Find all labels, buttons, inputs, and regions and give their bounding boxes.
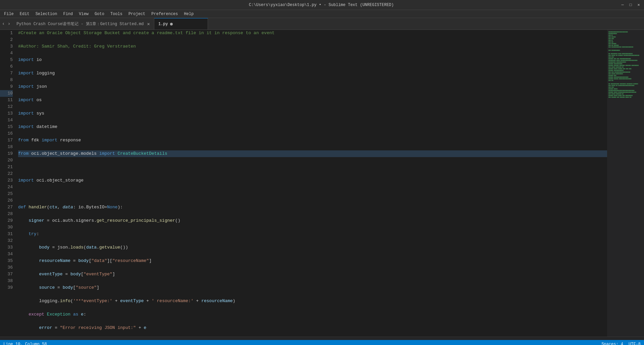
line-number-20: 20	[0, 157, 13, 164]
tab-2-label: 1.py	[158, 22, 168, 26]
tab-1-close[interactable]: ✕	[147, 21, 150, 27]
minimap: ████████████████████████████████ ███████…	[607, 30, 644, 337]
status-spaces: Spaces: 4	[601, 342, 623, 345]
menu-item-goto[interactable]: Goto	[92, 11, 107, 17]
status-encoding: UTF-8	[629, 342, 641, 345]
line-number-16: 16	[0, 130, 13, 137]
line-number-37: 37	[0, 271, 13, 278]
line-number-27: 27	[0, 204, 13, 211]
line-number-24: 24	[0, 184, 13, 191]
title-text: C:\Users\yyxiao\Desktop\1.py • - Sublime…	[23, 3, 620, 7]
line-number-36: 36	[0, 264, 13, 271]
line-number-7: 7	[0, 70, 13, 77]
line-number-15: 15	[0, 124, 13, 130]
code-line-7: import sys	[18, 110, 607, 117]
line-number-39: 39	[0, 284, 13, 291]
line-number-26: 26	[0, 197, 13, 204]
minimize-button[interactable]: —	[620, 2, 625, 8]
line-number-38: 38	[0, 278, 13, 284]
code-line-4: import logging	[18, 70, 607, 77]
line-numbers: 1234567891011121314151617181920212223242…	[0, 30, 15, 337]
menu-item-project[interactable]: Project	[126, 11, 148, 17]
code-line-8: import datetime	[18, 124, 607, 130]
code-line-10: from oci.object_storage.models import Cr…	[18, 150, 607, 157]
status-right: Spaces: 4 UTF-8	[601, 342, 641, 345]
window-controls: — □ ✕	[620, 2, 641, 8]
tab-1-label: Python Crash Course读书笔记 - 第1章：Getting St…	[16, 21, 144, 27]
line-number-34: 34	[0, 251, 13, 258]
code-line-16: try:	[18, 231, 607, 237]
status-left: Line 10, Column 58	[3, 342, 47, 345]
line-number-33: 33	[0, 244, 13, 251]
line-number-18: 18	[0, 144, 13, 150]
line-number-31: 31	[0, 231, 13, 237]
line-number-8: 8	[0, 77, 13, 83]
line-number-32: 32	[0, 237, 13, 244]
menu-item-edit[interactable]: Edit	[17, 11, 32, 17]
code-line-17: body = json.loads(data.getvalue())	[18, 244, 607, 251]
title-bar: C:\Users\yyxiao\Desktop\1.py • - Sublime…	[0, 0, 644, 10]
line-number-2: 2	[0, 37, 13, 43]
menu-item-view[interactable]: View	[76, 11, 91, 17]
code-line-19: eventType = body["eventType"]	[18, 271, 607, 278]
tab-1[interactable]: Python Crash Course读书笔记 - 第1章：Getting St…	[12, 18, 154, 29]
code-line-9: from fdk import response	[18, 137, 607, 144]
line-number-10: 10	[0, 90, 13, 97]
line-number-29: 29	[0, 217, 13, 224]
code-line-6: import os	[18, 97, 607, 104]
code-line-1: #Create an Oracle Object Storage Bucket …	[18, 30, 607, 37]
line-number-28: 28	[0, 211, 13, 217]
line-number-19: 19	[0, 150, 13, 157]
line-number-9: 9	[0, 83, 13, 90]
code-line-14: def handler(ctx, data: io.BytesIO=None):	[18, 204, 607, 211]
line-number-25: 25	[0, 191, 13, 197]
line-number-1: 1	[0, 30, 13, 37]
tab-bar: ‹ › Python Crash Course读书笔记 - 第1章：Gettin…	[0, 18, 644, 30]
code-line-2: #Author: Samir Shah, Credit: Greg Verstr…	[18, 43, 607, 50]
line-number-22: 22	[0, 170, 13, 177]
code-line-11	[18, 164, 607, 170]
code-line-13	[18, 191, 607, 197]
menu-item-file[interactable]: File	[1, 11, 16, 17]
status-position: Line 10, Column 58	[3, 342, 47, 345]
code-line-18: resourceName = body["data"]["resourceNam…	[18, 258, 607, 264]
menu-item-preferences[interactable]: Preferences	[149, 11, 180, 17]
maximize-button[interactable]: □	[628, 2, 633, 8]
menu-bar: FileEditSelectionFindViewGotoToolsProjec…	[0, 10, 644, 18]
code-line-15: signer = oci.auth.signers.get_resource_p…	[18, 217, 607, 224]
tab-nav[interactable]: ‹ ›	[0, 18, 12, 29]
code-area[interactable]: #Create an Oracle Object Storage Bucket …	[15, 30, 607, 337]
code-line-3: import io	[18, 57, 607, 63]
tab-2[interactable]: 1.py	[154, 18, 208, 29]
line-number-17: 17	[0, 137, 13, 144]
editor-area: 1234567891011121314151617181920212223242…	[0, 30, 644, 337]
code-line-21: logging.info('***eventType:' + eventType…	[18, 298, 607, 304]
line-number-21: 21	[0, 164, 13, 170]
code-line-23: error = "Error receiving JSON input:" + …	[18, 325, 607, 331]
line-number-14: 14	[0, 117, 13, 124]
scrollbar-x[interactable]	[0, 337, 644, 340]
menu-item-tools[interactable]: Tools	[108, 11, 125, 17]
line-number-35: 35	[0, 258, 13, 264]
line-number-5: 5	[0, 57, 13, 63]
line-number-30: 30	[0, 224, 13, 231]
status-bar: Line 10, Column 58 Spaces: 4 UTF-8	[0, 340, 644, 345]
menu-item-help[interactable]: Help	[181, 11, 197, 17]
menu-item-selection[interactable]: Selection	[33, 11, 60, 17]
line-number-4: 4	[0, 50, 13, 57]
code-line-20: source = body["source"]	[18, 284, 607, 291]
code-line-12: import oci.object_storage	[18, 177, 607, 184]
line-number-12: 12	[0, 104, 13, 110]
line-number-11: 11	[0, 97, 13, 104]
line-number-13: 13	[0, 110, 13, 117]
tab-2-modified-dot	[170, 23, 173, 25]
line-number-3: 3	[0, 43, 13, 50]
line-number-23: 23	[0, 177, 13, 184]
close-button[interactable]: ✕	[636, 2, 641, 8]
menu-item-find[interactable]: Find	[60, 11, 75, 17]
line-number-6: 6	[0, 63, 13, 70]
code-line-5: import json	[18, 83, 607, 90]
code-line-22: except Exception as e:	[18, 311, 607, 318]
